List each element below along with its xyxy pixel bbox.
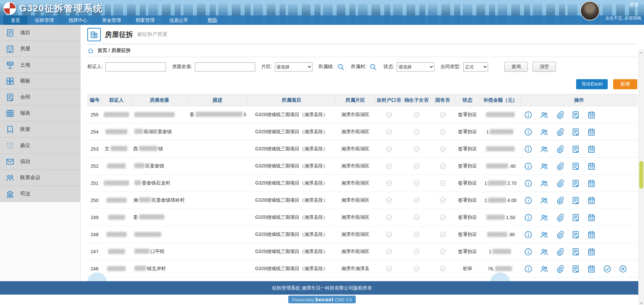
attachment-icon[interactable] [555,110,564,119]
sidebar: 项目房屋SALE土地模板合同报表政策扬尘信访联席会议司法 [0,25,81,281]
record-icon[interactable] [587,247,596,256]
filter-village: 所属村: [351,63,378,71]
info-icon[interactable] [524,145,533,154]
scroll-thumb[interactable] [639,161,643,189]
clear-button[interactable]: 清空 [532,62,556,72]
nav-item-requisition[interactable]: 征拆管理 [28,15,61,25]
approve-icon[interactable] [603,264,612,273]
record-icon[interactable] [587,264,596,273]
record-icon[interactable] [587,196,596,205]
users-icon[interactable] [540,230,549,239]
users-icon[interactable] [540,110,549,119]
record-icon[interactable] [587,162,596,171]
contract-type-select[interactable]: 正式 [463,62,488,71]
record-icon[interactable] [587,179,596,188]
owner-input[interactable] [105,62,166,71]
home-icon[interactable] [87,47,94,54]
cell-id: 251 [88,175,102,192]
user-name[interactable]: 超管 [629,2,639,8]
query-button[interactable]: 查询 [504,62,528,72]
users-icon[interactable] [540,264,549,273]
contract-icon[interactable] [571,264,580,273]
nav-item-information[interactable]: 信息公开 [162,15,196,25]
info-icon[interactable] [524,264,533,273]
attachment-icon[interactable] [555,196,564,205]
attachment-icon[interactable] [555,162,564,171]
cell-text: 4.00 [507,198,516,203]
record-icon[interactable] [587,110,596,119]
sidebar-item-petition[interactable]: 信访 [0,154,80,170]
check-circle-icon [413,231,420,238]
contract-icon[interactable] [571,213,580,222]
info-icon[interactable] [524,179,533,188]
info-icon[interactable] [524,196,533,205]
info-icon[interactable] [524,128,533,137]
sidebar-item-report[interactable]: 报表 [0,105,80,121]
users-icon[interactable] [540,128,549,137]
sidebar-item-dust[interactable]: 扬尘 [0,138,80,154]
users-icon[interactable] [540,162,549,171]
sidebar-item-land[interactable]: SALE土地 [0,57,80,73]
village-search-icon[interactable] [369,63,377,71]
cell-operations [521,106,637,123]
sidebar-item-contract[interactable]: 合同 [0,89,80,105]
contract-icon[interactable] [571,179,580,188]
info-icon[interactable] [524,230,533,239]
sidebar-item-template[interactable]: 模板 [0,73,80,89]
attachment-icon[interactable] [555,247,564,256]
sidebar-item-project[interactable]: 项目 [0,25,80,41]
attachment-icon[interactable] [555,145,564,154]
attachment-icon[interactable] [555,264,564,273]
attachment-icon[interactable] [555,128,564,137]
users-icon[interactable] [540,179,549,188]
record-icon[interactable] [587,145,596,154]
attachment-icon[interactable] [555,179,564,188]
info-icon[interactable] [524,162,533,171]
contract-icon[interactable] [571,110,580,119]
redacted-value [139,214,164,219]
status-select[interactable]: 请选择 [397,62,434,71]
contract-icon[interactable] [571,247,580,256]
record-icon[interactable] [587,128,596,137]
check-circle-icon [385,128,393,136]
contract-icon[interactable] [571,162,580,171]
attachment-icon[interactable] [555,230,564,239]
sidebar-item-policy[interactable]: 政策 [0,121,80,138]
address-input[interactable] [195,62,255,71]
users-icon[interactable] [540,247,549,256]
user-avatar[interactable] [580,1,600,20]
users-icon[interactable] [540,196,549,205]
users-icon[interactable] [540,213,549,222]
nav-item-home[interactable]: 首页 [3,15,28,25]
info-icon[interactable] [524,110,533,119]
reject-icon[interactable] [618,264,628,273]
town-search-icon[interactable] [337,63,345,71]
sidebar-item-joint-meeting[interactable]: 联席会议 [0,170,80,186]
contract-icon[interactable] [571,230,580,239]
info-icon[interactable] [524,213,533,222]
vertical-scrollbar[interactable]: ▲ ▼ [638,50,644,305]
contract-icon[interactable] [571,145,580,154]
breadcrumb-text[interactable]: 首页 / 房屋征拆 [97,47,131,54]
redacted-value [134,163,144,168]
cell-amount [480,106,521,123]
scroll-up-arrow[interactable]: ▲ [639,50,644,55]
sidebar-item-house[interactable]: 房屋 [0,41,80,57]
cell-project: G320绕城线三期项目（湘潭县段） [248,209,336,226]
contract-icon[interactable] [571,196,580,205]
nav-item-command-center[interactable]: 指挥中心 [61,15,95,25]
nav-item-funds[interactable]: 资金管理 [95,15,128,25]
sidebar-item-judicial[interactable]: 司法 [0,186,80,202]
nav-item-help[interactable]: 帮助 [200,15,224,25]
users-icon[interactable] [540,145,549,154]
export-excel-button[interactable]: 导出Excel [576,79,608,89]
add-button[interactable]: 新增 [613,79,637,89]
record-icon[interactable] [587,213,596,222]
contract-icon[interactable] [571,128,580,137]
record-icon[interactable] [587,230,596,239]
attachment-icon[interactable] [555,213,564,222]
scroll-down-arrow[interactable]: ▼ [639,301,644,305]
nav-item-archives[interactable]: 档案管理 [128,15,162,25]
area-select[interactable]: 请选择 [275,62,312,71]
info-icon[interactable] [524,247,533,256]
